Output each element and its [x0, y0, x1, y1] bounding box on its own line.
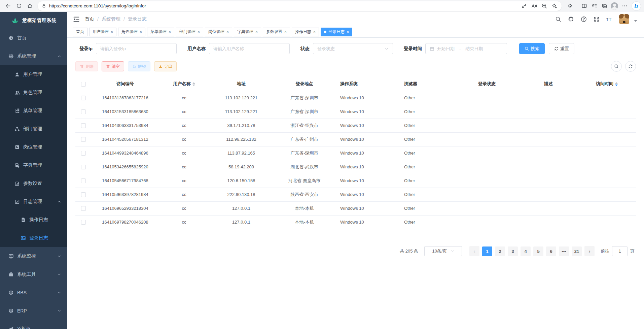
github-icon[interactable] [568, 16, 574, 22]
row-checkbox[interactable] [81, 109, 86, 114]
tab-close-icon[interactable]: × [111, 30, 113, 34]
page-button-5[interactable]: 5 [533, 246, 543, 256]
row-checkbox[interactable] [81, 206, 86, 211]
tab-close-icon[interactable]: × [255, 30, 258, 34]
sidebar-item-Yi框架[interactable]: Yi框架 [0, 320, 67, 329]
read-aloud-button[interactable] [529, 1, 539, 11]
browser-home-button[interactable] [25, 1, 34, 11]
row-checkbox[interactable] [81, 151, 86, 156]
page-button-3[interactable]: 3 [508, 246, 518, 256]
jump-page-input[interactable] [612, 246, 628, 256]
page-button-21[interactable]: 21 [572, 246, 582, 256]
prev-page-button[interactable]: ‹ [469, 246, 479, 256]
tab-角色管理[interactable]: 角色管理× [118, 28, 145, 36]
tab-close-icon[interactable]: × [347, 30, 349, 34]
browser-reload-button[interactable] [14, 1, 24, 11]
page-button-6[interactable]: 6 [546, 246, 556, 256]
tab-close-icon[interactable]: × [284, 30, 287, 34]
tab-close-icon[interactable]: × [140, 30, 142, 34]
fullscreen-icon[interactable] [594, 16, 600, 22]
reset-button[interactable]: 重置 [549, 43, 574, 54]
favorites-button[interactable] [589, 1, 599, 11]
browser-profile-button[interactable] [610, 1, 619, 11]
row-checkbox[interactable] [81, 192, 86, 197]
page-button-2[interactable]: 2 [495, 246, 505, 256]
sidebar-item-系统工具[interactable]: 系统工具 [0, 265, 67, 284]
font-size-icon[interactable]: TT [606, 16, 612, 22]
delete-button[interactable]: 删除 [75, 61, 98, 71]
tab-close-icon[interactable]: × [226, 30, 229, 34]
tab-菜单管理[interactable]: 菜单管理× [147, 28, 174, 36]
clear-button[interactable]: 清空 [102, 61, 124, 71]
tab-首页[interactable]: 首页 [73, 28, 87, 36]
sidebar-item-参数设置[interactable]: 参数设置 [0, 174, 67, 193]
sidebar-item-字典管理[interactable]: 字典管理 [0, 156, 67, 174]
tab-操作日志[interactable]: 操作日志× [292, 28, 319, 36]
split-screen-button[interactable] [579, 1, 589, 11]
row-checkbox[interactable] [81, 96, 86, 100]
sidebar-fold-button[interactable] [73, 15, 80, 23]
sidebar-item-首页[interactable]: 首页 [0, 29, 67, 47]
column-header-访问时间[interactable]: 访问时间 [578, 77, 636, 91]
zoom-out-button[interactable] [539, 1, 549, 11]
sidebar-item-BBS[interactable]: BBS [0, 284, 67, 302]
browser-menu-button[interactable] [620, 1, 629, 11]
row-checkbox[interactable] [81, 220, 86, 225]
sidebar-item-岗位管理[interactable]: 岗位管理 [0, 138, 67, 156]
export-button[interactable]: 导出 [154, 61, 177, 71]
sidebar-item-角色管理[interactable]: 角色管理 [0, 84, 67, 102]
show-search-button[interactable] [611, 61, 622, 72]
date-range-picker[interactable]: 开始日期 - 结束日期 [425, 43, 507, 54]
username-input[interactable] [213, 46, 285, 51]
tab-登录日志[interactable]: 登录日志× [321, 28, 352, 36]
status-select[interactable]: 登录状态 [313, 43, 393, 54]
tab-字典管理[interactable]: 字典管理× [234, 28, 261, 36]
url-text[interactable]: https://ccnetcore.com:1101/system/log/lo… [49, 3, 519, 8]
extensions-button[interactable] [565, 1, 574, 11]
help-icon[interactable] [581, 16, 587, 22]
select-all-checkbox[interactable] [81, 82, 86, 87]
page-button-1[interactable]: 1 [482, 246, 492, 256]
breadcrumb-item[interactable]: 首页 [85, 16, 94, 22]
pager-ellipsis[interactable]: ••• [559, 246, 569, 256]
ip-input[interactable] [100, 46, 172, 51]
page-size-select[interactable]: 10条/页 [424, 246, 462, 256]
row-checkbox[interactable] [81, 123, 86, 128]
tab-close-icon[interactable]: × [169, 30, 171, 34]
user-avatar[interactable] [619, 14, 629, 24]
password-key-button[interactable] [519, 1, 529, 11]
sidebar-item-ERP[interactable]: ERP [0, 302, 67, 320]
tab-用户管理[interactable]: 用户管理× [89, 28, 116, 36]
header-search-icon[interactable] [555, 16, 561, 22]
tab-参数设置[interactable]: 参数设置× [263, 28, 290, 36]
page-button-4[interactable]: 4 [521, 246, 531, 256]
unlock-button[interactable]: 解锁 [128, 61, 150, 71]
search-button[interactable]: 搜索 [519, 43, 545, 54]
sidebar-item-登录日志[interactable]: 登录日志 [0, 229, 67, 247]
caret-down-icon[interactable] [633, 18, 639, 24]
sidebar-item-部门管理[interactable]: 部门管理 [0, 120, 67, 138]
sidebar-item-菜单管理[interactable]: 菜单管理 [0, 102, 67, 120]
sidebar-item-日志管理[interactable]: 日志管理 [0, 193, 67, 211]
sort-caret[interactable] [615, 82, 618, 86]
column-header-用户名称[interactable]: 用户名称 [159, 77, 209, 91]
row-checkbox[interactable] [81, 178, 86, 183]
copilot-button[interactable]: b [632, 2, 641, 10]
app-logo[interactable]: 意框架管理系统 [0, 12, 67, 29]
row-checkbox[interactable] [81, 165, 86, 169]
next-page-button[interactable]: › [584, 246, 595, 256]
sidebar-item-系统监控[interactable]: 系统监控 [0, 247, 67, 265]
add-favorite-button[interactable] [549, 1, 559, 11]
tab-部门管理[interactable]: 部门管理× [176, 28, 203, 36]
sidebar-item-系统管理[interactable]: 系统管理 [0, 47, 67, 65]
sort-caret[interactable] [192, 82, 195, 86]
refresh-table-button[interactable] [625, 61, 636, 72]
tab-close-icon[interactable]: × [313, 30, 316, 34]
tab-close-icon[interactable]: × [198, 30, 200, 34]
collections-button[interactable] [600, 1, 609, 11]
browser-back-button[interactable] [3, 1, 13, 11]
tab-岗位管理[interactable]: 岗位管理× [205, 28, 232, 36]
address-bar[interactable]: https://ccnetcore.com:1101/system/log/lo… [38, 1, 562, 11]
row-checkbox[interactable] [81, 137, 86, 142]
sidebar-item-用户管理[interactable]: 用户管理 [0, 65, 67, 84]
